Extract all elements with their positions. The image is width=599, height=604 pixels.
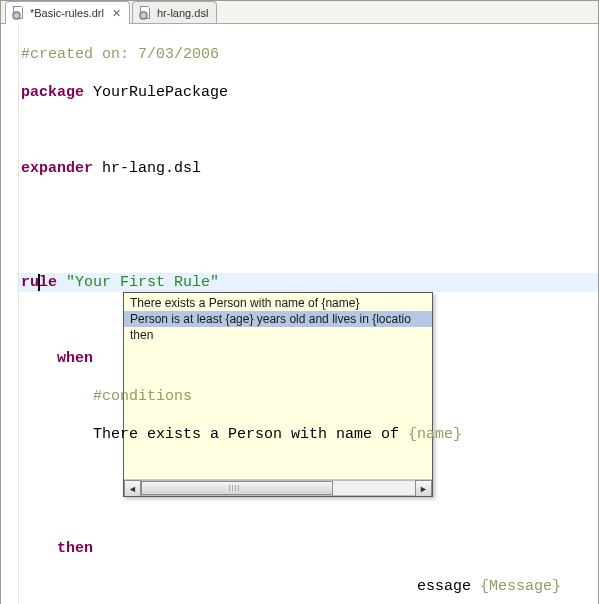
scroll-thumb[interactable] [141,481,333,495]
indent [21,426,93,443]
text: There exists a Person with name of [93,426,408,443]
scroll-grip-icon [229,485,239,491]
keyword-rule: rule [21,274,57,291]
keyword-package: package [21,84,84,101]
scroll-left-button[interactable]: ◄ [124,480,141,497]
close-icon[interactable]: ✕ [112,7,121,20]
string-literal: "Your First Rule" [57,274,219,291]
keyword-expander: expander [21,160,93,177]
text: essage [417,578,480,595]
indent [21,388,93,405]
indent [21,540,57,557]
scroll-right-button[interactable]: ► [415,480,432,497]
indent [21,578,93,595]
chevron-left-icon: ◄ [128,484,137,494]
gutter [1,24,19,604]
scroll-track[interactable] [141,480,415,496]
keyword-then: then [57,540,93,557]
text: hr-lang.dsl [93,160,201,177]
comment: #created on: 7/03/2006 [21,46,219,63]
tab-label: hr-lang.dsl [157,7,208,19]
indent [21,350,57,367]
comment: #conditions [93,388,192,405]
file-icon [12,6,26,20]
editor-area: #created on: 7/03/2006 package YourRuleP… [1,24,598,604]
keyword-when: when [57,350,93,367]
file-icon [139,6,153,20]
chevron-right-icon: ► [419,484,428,494]
content-assist-item[interactable]: There exists a Person with name of {name… [124,295,432,311]
tab-hr-lang[interactable]: hr-lang.dsl [132,1,217,23]
text-editor[interactable]: #created on: 7/03/2006 package YourRuleP… [19,24,598,604]
tab-bar: *Basic-rules.drl ✕ hr-lang.dsl [1,1,598,24]
dsl-param: {name} [408,426,462,443]
text: YourRulePackage [84,84,228,101]
tab-label: *Basic-rules.drl [30,7,104,19]
tab-basic-rules[interactable]: *Basic-rules.drl ✕ [5,1,130,24]
code-block: #created on: 7/03/2006 package YourRuleP… [19,24,598,604]
editor-window: *Basic-rules.drl ✕ hr-lang.dsl #created … [0,0,599,604]
dsl-param: {Message} [480,578,561,595]
